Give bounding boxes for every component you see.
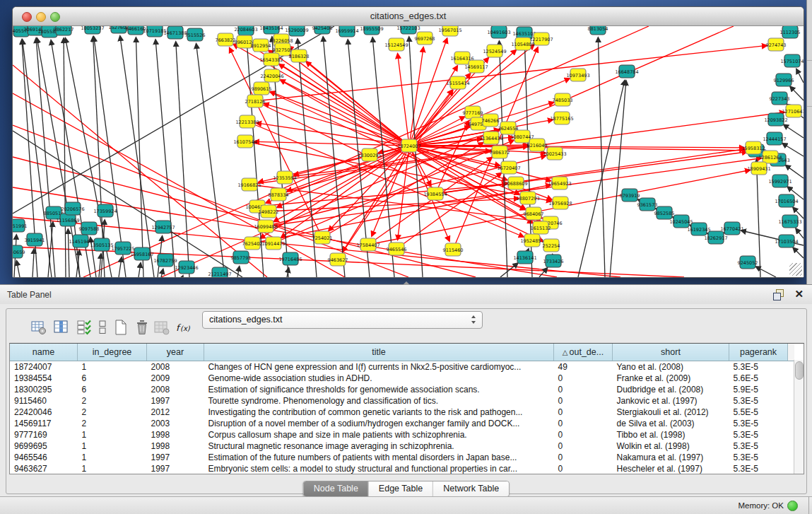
table-row[interactable]: 1872400712008Changes of HCN gene express… bbox=[10, 361, 794, 373]
network-node[interactable]: 17016504 bbox=[775, 194, 798, 207]
tab-edge-table[interactable]: Edge Table bbox=[369, 481, 433, 496]
window-titlebar[interactable]: citations_edges.txt bbox=[13, 7, 804, 26]
network-node[interactable]: 21211497 bbox=[208, 267, 231, 277]
network-node[interactable]: 17103504 bbox=[775, 235, 798, 247]
network-node[interactable]: 7515526 bbox=[185, 28, 206, 41]
network-node[interactable]: 18909431 bbox=[747, 162, 770, 175]
network-node[interactable]: 15751074 bbox=[780, 54, 804, 67]
network-node[interactable]: 6793919 bbox=[620, 189, 640, 201]
network-node[interactable]: 8186328 bbox=[289, 49, 310, 62]
network-node[interactable]: 16648784 bbox=[615, 65, 638, 78]
network-node[interactable]: 746266 bbox=[482, 114, 500, 127]
network-node[interactable]: 7254021 bbox=[312, 231, 333, 244]
float-panel-icon[interactable] bbox=[773, 289, 784, 300]
network-node[interactable]: 9097588 bbox=[79, 222, 100, 235]
network-node[interactable]: 15290009 bbox=[285, 26, 308, 36]
network-node[interactable]: 9697268 bbox=[415, 32, 435, 45]
network-node[interactable]: 14671388 bbox=[163, 26, 187, 39]
network-node[interactable]: 12710643 bbox=[782, 105, 804, 117]
column-header-name[interactable]: name bbox=[10, 344, 78, 361]
network-node[interactable]: 12093822 bbox=[764, 113, 787, 126]
network-node[interactable]: 15722103 bbox=[396, 26, 420, 34]
network-node[interactable]: 11675333 bbox=[778, 215, 801, 228]
table-vertical-scrollbar[interactable] bbox=[794, 360, 804, 474]
table-selector-dropdown[interactable]: citations_edges.txt bbox=[202, 311, 483, 329]
network-node[interactable]: 8912954 bbox=[251, 39, 271, 52]
node-table[interactable]: namein_degreeyeartitle△out_de...shortpag… bbox=[9, 343, 804, 474]
table-row[interactable]: 946362711997Embryonic stem cells: a mode… bbox=[10, 463, 794, 474]
function-builder-icon[interactable]: f(x) bbox=[175, 319, 192, 336]
network-node[interactable]: 19567015 bbox=[438, 26, 461, 36]
network-node[interactable]: 12213389 bbox=[235, 115, 259, 128]
table-row[interactable]: 2242004622012Investigating the contribut… bbox=[10, 407, 794, 418]
column-header-short[interactable]: short bbox=[613, 344, 729, 361]
network-canvas[interactable]: 1405572420691406180558409862217100532371… bbox=[13, 26, 804, 277]
network-node[interactable]: 10435164 bbox=[259, 26, 283, 34]
network-node[interactable]: 9227343 bbox=[770, 92, 790, 105]
network-node[interactable]: 9777169 bbox=[463, 106, 483, 119]
network-node[interactable]: 9890615 bbox=[252, 82, 272, 95]
table-row[interactable]: 946554611997Estimation of the future num… bbox=[10, 452, 794, 463]
network-node[interactable]: 1498222 bbox=[259, 205, 279, 218]
network-node[interactable]: 18775165 bbox=[550, 112, 573, 124]
column-header-out_degree[interactable]: △out_de... bbox=[554, 344, 613, 361]
network-node[interactable]: 10914479 bbox=[261, 237, 285, 250]
network-node[interactable]: 9852585 bbox=[654, 206, 675, 219]
network-node[interactable]: 9857791 bbox=[231, 251, 252, 264]
network-node[interactable]: 9862217 bbox=[54, 26, 74, 35]
network-node[interactable]: 18300295 bbox=[358, 148, 381, 161]
network-node[interactable]: 9245052 bbox=[738, 256, 758, 269]
delete-column-icon[interactable] bbox=[134, 319, 151, 336]
scrollbar-thumb[interactable] bbox=[795, 361, 804, 380]
new-column-icon[interactable] bbox=[112, 319, 129, 336]
network-node[interactable]: 19716485 bbox=[278, 252, 302, 265]
network-node[interactable]: 19756928 bbox=[548, 197, 572, 209]
network-node[interactable]: 7851991 bbox=[13, 219, 27, 232]
network-node[interactable]: 12444157 bbox=[763, 132, 786, 145]
network-node[interactable]: 9115460 bbox=[443, 243, 464, 256]
table-row[interactable]: 969969511998Structural magnetic resonanc… bbox=[10, 440, 794, 452]
close-panel-icon[interactable]: ✕ bbox=[794, 288, 804, 299]
column-header-year[interactable]: year bbox=[147, 344, 204, 361]
network-node[interactable]: 10973493 bbox=[566, 69, 589, 81]
network-node[interactable]: 7986372 bbox=[490, 146, 510, 158]
network-node[interactable]: 252254 bbox=[543, 239, 560, 252]
network-node[interactable]: 7625402 bbox=[242, 237, 263, 250]
network-node[interactable]: 7663822 bbox=[216, 33, 236, 46]
table-row[interactable]: 1456911722003Disruption of a novel membe… bbox=[10, 418, 794, 429]
column-header-pagerank[interactable]: pagerank bbox=[729, 344, 788, 361]
table-row[interactable]: 977716911998Corpus callosum shape and si… bbox=[10, 429, 794, 440]
window-resize-grip[interactable] bbox=[789, 263, 802, 276]
network-node[interactable]: 3915941 bbox=[25, 233, 45, 246]
network-node[interactable]: 9465546 bbox=[387, 243, 407, 255]
network-node[interactable]: 19654923 bbox=[548, 177, 571, 189]
network-node[interactable]: 2718126 bbox=[245, 95, 266, 107]
network-node[interactable]: 22084603 bbox=[234, 26, 257, 35]
cell-view-icon[interactable] bbox=[94, 319, 111, 336]
network-view-window[interactable]: citations_edges.txt 14055724206914061805… bbox=[12, 6, 804, 278]
network-node[interactable]: 9129966 bbox=[774, 74, 794, 86]
network-node[interactable]: 14136141 bbox=[513, 251, 536, 264]
network-node[interactable]: 19524851 bbox=[520, 234, 543, 247]
tab-node-table[interactable]: Node Table bbox=[304, 481, 369, 496]
network-node[interactable]: 16959914 bbox=[335, 26, 358, 37]
network-node[interactable]: 10688609 bbox=[504, 177, 527, 189]
table-row[interactable]: 1830029562008Estimation of significance … bbox=[10, 384, 794, 395]
network-node[interactable]: 20206576 bbox=[61, 202, 84, 215]
network-node[interactable]: 12524549 bbox=[483, 45, 506, 57]
network-node[interactable]: 17584407 bbox=[356, 238, 379, 251]
import-table-icon[interactable] bbox=[153, 319, 170, 336]
select-rows-icon[interactable] bbox=[76, 319, 93, 336]
network-node[interactable]: 12353594 bbox=[273, 171, 296, 184]
network-node[interactable]: 18955509 bbox=[360, 26, 383, 35]
splitter-handle-icon[interactable] bbox=[403, 281, 410, 285]
network-node[interactable]: 8813054 bbox=[588, 26, 608, 35]
network-node[interactable]: 9274743 bbox=[766, 38, 787, 51]
network-node[interactable]: 9425408 bbox=[312, 26, 333, 34]
network-node[interactable]: 6216049 bbox=[527, 139, 548, 151]
network-node[interactable]: 15124549 bbox=[384, 38, 408, 51]
network-node[interactable]: 10053237 bbox=[81, 26, 104, 34]
column-header-title[interactable]: title bbox=[204, 344, 554, 361]
network-node[interactable]: 1733426 bbox=[543, 255, 564, 267]
network-node[interactable]: 8878334 bbox=[269, 188, 289, 201]
